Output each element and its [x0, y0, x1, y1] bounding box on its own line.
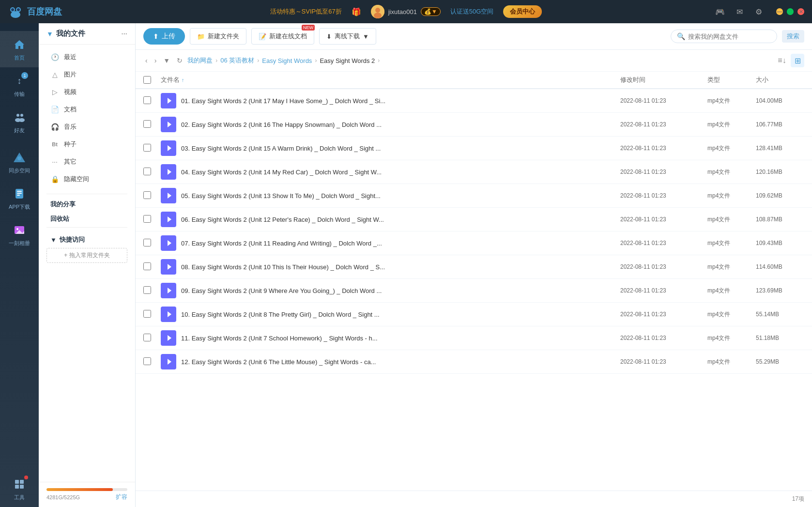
new-doc-button[interactable]: 📝 新建在线文档 NEW — [251, 28, 314, 45]
storage-bar-background — [46, 488, 127, 491]
col-size-header[interactable]: 大小 — [756, 76, 804, 84]
table-row[interactable]: 04. Easy Sight Words 2 (Unit 14 My Red C… — [136, 160, 812, 184]
row-checkbox[interactable] — [143, 334, 151, 341]
sidebar-item-docs[interactable]: 📄 文档 — [39, 101, 135, 118]
home-icon — [12, 37, 27, 52]
row-checkbox[interactable] — [143, 262, 151, 270]
sidebar-item-transfer[interactable]: ↕ 1 传输 — [0, 67, 39, 104]
row-checkbox[interactable] — [143, 215, 151, 223]
table-row[interactable]: 11. Easy Sight Words 2 (Unit 7 School Ho… — [136, 326, 812, 350]
title-bar-right: 🎮 ✉ ⚙ — □ ✕ — [714, 6, 804, 17]
settings-icon[interactable]: ⚙ — [753, 6, 765, 17]
file-type: mp4文件 — [707, 192, 756, 200]
sidebar-item-appdown[interactable]: APP下载 — [0, 180, 39, 216]
verify-text[interactable]: 认证送50G空间 — [450, 7, 494, 16]
sidebar-item-other[interactable]: ··· 其它 — [39, 153, 135, 170]
row-name-cell: 10. Easy Sight Words 2 (Unit 8 The Prett… — [161, 307, 620, 322]
breadcrumb-folder1[interactable]: 06 英语教材 — [220, 56, 254, 65]
dropdown-button[interactable]: ▼ — [161, 56, 172, 65]
svg-marker-36 — [168, 359, 171, 365]
promo-text[interactable]: 活动特惠～SVIP低至67折 — [270, 7, 342, 16]
row-checkbox[interactable] — [143, 310, 151, 318]
my-share-title[interactable]: 我的分享 — [39, 196, 135, 211]
new-badge: NEW — [302, 25, 315, 31]
sort-icon[interactable]: ↑ — [182, 77, 184, 83]
table-row[interactable]: 01. Easy Sight Words 2 (Unit 17 May I Ha… — [136, 89, 812, 113]
sidebar-item-sync[interactable]: 同步空间 — [0, 144, 39, 180]
row-checkbox[interactable] — [143, 239, 151, 246]
row-checkbox[interactable] — [143, 120, 151, 128]
minimize-button[interactable]: — — [776, 8, 783, 15]
close-button[interactable]: ✕ — [797, 8, 804, 15]
col-type-header[interactable]: 类型 — [707, 76, 756, 84]
sidebar-item-hidden[interactable]: 🔒 隐藏空间 — [39, 170, 135, 188]
table-row[interactable]: 09. Easy Sight Words 2 (Unit 9 Where Are… — [136, 279, 812, 303]
sidebar-item-friends[interactable]: 好友 — [0, 104, 39, 140]
table-row[interactable]: 12. Easy Sight Words 2 (Unit 6 The Littl… — [136, 350, 812, 374]
row-checkbox[interactable] — [143, 96, 151, 104]
select-all-checkbox[interactable] — [143, 76, 151, 84]
table-row[interactable]: 08. Easy Sight Words 2 (Unit 10 This Is … — [136, 255, 812, 279]
new-folder-icon: 📁 — [197, 33, 205, 40]
sidebar-item-moments[interactable]: 一刻相册 — [0, 216, 39, 253]
table-row[interactable]: 03. Easy Sight Words 2 (Unit 15 A Warm D… — [136, 137, 812, 160]
row-checkbox-cell — [143, 239, 161, 248]
file-size: 51.18MB — [756, 335, 804, 341]
upload-button[interactable]: ⬆ 上传 — [143, 28, 185, 45]
sidebar-item-video[interactable]: ▷ 视频 — [39, 83, 135, 101]
refresh-button[interactable]: ↻ — [175, 56, 184, 65]
offline-download-button[interactable]: ⬇ 离线下载 ▼ — [319, 28, 376, 45]
breadcrumb-mydisk[interactable]: 我的网盘 — [187, 56, 213, 65]
gamepad-icon[interactable]: 🎮 — [714, 6, 726, 17]
row-checkbox-cell — [143, 357, 161, 367]
sidebar-item-bt[interactable]: Bt 种子 — [39, 136, 135, 153]
table-row[interactable]: 07. Easy Sight Words 2 (Unit 11 Reading … — [136, 231, 812, 255]
row-checkbox[interactable] — [143, 144, 151, 152]
row-checkbox[interactable] — [143, 286, 151, 294]
sidebar-item-tools[interactable]: 工具 — [0, 471, 39, 507]
breadcrumb-folder2[interactable]: Easy Sight Words — [262, 57, 312, 64]
svg-marker-28 — [168, 169, 171, 175]
file-size: 106.77MB — [756, 121, 804, 128]
sidebar-item-images[interactable]: △ 图片 — [39, 66, 135, 83]
maximize-button[interactable]: □ — [787, 8, 794, 15]
expand-button[interactable]: 扩容 — [116, 493, 127, 501]
list-sort-view-button[interactable]: ≡↓ — [775, 54, 789, 67]
recent-icon: 🕐 — [50, 53, 59, 61]
col-date-header[interactable]: 修改时间 — [620, 76, 707, 84]
file-name: 09. Easy Sight Words 2 (Unit 9 Where Are… — [181, 287, 382, 294]
grid-view-button[interactable]: ⊞ — [791, 54, 804, 67]
row-checkbox-cell — [143, 262, 161, 272]
recycle-title[interactable]: 回收站 — [39, 211, 135, 225]
my-files-more-icon[interactable]: ··· — [121, 30, 127, 38]
row-name-cell: 06. Easy Sight Words 2 (Unit 12 Peter's … — [161, 212, 620, 227]
table-row[interactable]: 05. Easy Sight Words 2 (Unit 13 Show It … — [136, 184, 812, 208]
file-date: 2022-08-11 01:23 — [620, 169, 707, 175]
file-type-icon — [161, 259, 176, 275]
sidebar-item-home[interactable]: 首页 — [0, 31, 39, 67]
row-checkbox[interactable] — [143, 168, 151, 175]
add-folder-button[interactable]: + 拖入常用文件夹 — [46, 248, 127, 263]
search-input[interactable] — [688, 33, 766, 40]
new-folder-button[interactable]: 📁 新建文件夹 — [190, 28, 246, 45]
forward-button[interactable]: › — [153, 56, 159, 65]
sidebar-item-music[interactable]: 🎧 音乐 — [39, 118, 135, 136]
sidebar-item-recent[interactable]: 🕐 最近 — [39, 48, 135, 66]
member-center-button[interactable]: 会员中心 — [503, 5, 542, 18]
breadcrumb-sep-4: › — [378, 57, 380, 64]
table-row[interactable]: 06. Easy Sight Words 2 (Unit 12 Peter's … — [136, 208, 812, 231]
table-row[interactable]: 02. Easy Sight Words 2 (Unit 16 The Happ… — [136, 113, 812, 137]
select-all-cell — [143, 76, 161, 84]
quick-access-collapse-icon: ▼ — [50, 236, 57, 244]
hidden-label: 隐藏空间 — [64, 175, 89, 184]
row-checkbox-cell — [143, 96, 161, 106]
row-checkbox[interactable] — [143, 191, 151, 199]
table-row[interactable]: 10. Easy Sight Words 2 (Unit 8 The Prett… — [136, 303, 812, 326]
email-icon[interactable]: ✉ — [734, 6, 745, 17]
row-checkbox-cell — [143, 144, 161, 153]
search-button[interactable]: 搜索 — [782, 30, 804, 43]
back-button[interactable]: ‹ — [143, 56, 150, 65]
row-checkbox[interactable] — [143, 357, 151, 365]
row-name-cell: 08. Easy Sight Words 2 (Unit 10 This Is … — [161, 259, 620, 275]
appdown-label: APP下载 — [9, 203, 30, 211]
